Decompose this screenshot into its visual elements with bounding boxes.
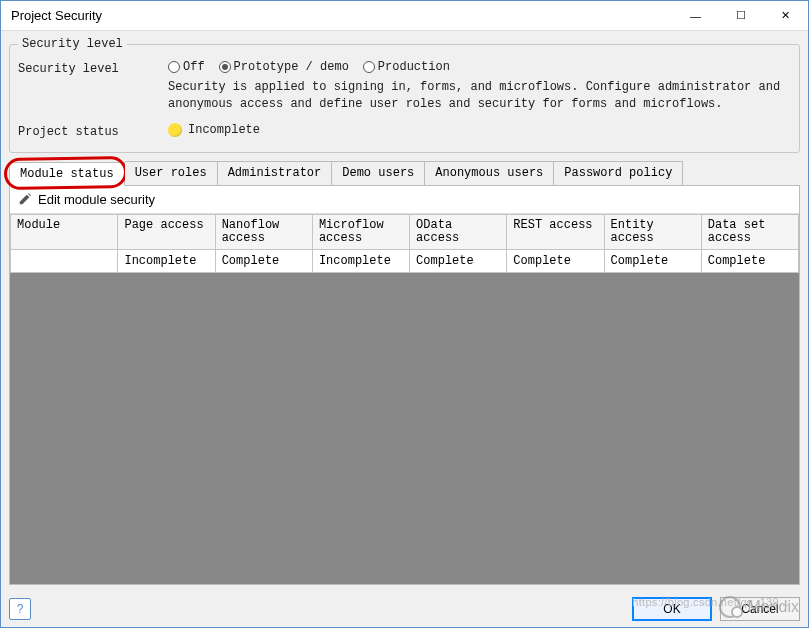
window-titlebar: Project Security — ☐ ✕: [1, 1, 808, 31]
cell-module: MyFirstModule: [11, 249, 118, 272]
column-header[interactable]: Microflow access: [312, 214, 409, 249]
tab-module-status[interactable]: Module status: [9, 162, 125, 186]
cell-rest: Complete: [507, 249, 604, 272]
column-header[interactable]: Page access: [118, 214, 215, 249]
cancel-button[interactable]: Cancel: [720, 597, 800, 621]
radio-icon: [168, 61, 180, 73]
edit-module-security-header[interactable]: Edit module security: [10, 186, 799, 214]
tab-administrator[interactable]: Administrator: [218, 161, 333, 185]
window-title: Project Security: [11, 8, 673, 23]
security-level-group: Security level Security level Off Protot…: [9, 37, 800, 153]
tab-demo-users[interactable]: Demo users: [332, 161, 425, 185]
tab-body-module-status: Edit module security ModulePage accessNa…: [9, 185, 800, 585]
table-row[interactable]: MyFirstModuleIncompleteCompleteIncomplet…: [11, 249, 799, 272]
tab-user-roles[interactable]: User roles: [125, 161, 218, 185]
cell-page: Incomplete: [118, 249, 215, 272]
radio-icon: [219, 61, 231, 73]
ok-button[interactable]: OK: [632, 597, 712, 621]
cell-entity: Complete: [604, 249, 701, 272]
status-dot-icon: [168, 123, 182, 137]
radio-prototype[interactable]: Prototype / demo: [219, 60, 349, 74]
project-status-label: Project status: [18, 123, 168, 139]
close-button[interactable]: ✕: [763, 1, 808, 30]
security-legend: Security level: [18, 37, 127, 51]
radio-production[interactable]: Production: [363, 60, 450, 74]
column-header[interactable]: Nanoflow access: [215, 214, 312, 249]
cell-nano: Complete: [215, 249, 312, 272]
pencil-icon: [18, 192, 32, 206]
cell-dataset: Complete: [701, 249, 798, 272]
tab-anonymous-users[interactable]: Anonymous users: [425, 161, 554, 185]
tab-password-policy[interactable]: Password policy: [554, 161, 683, 185]
project-status-value: Incomplete: [168, 123, 260, 137]
minimize-button[interactable]: —: [673, 1, 718, 30]
column-header[interactable]: OData access: [410, 214, 507, 249]
cell-micro: Incomplete: [312, 249, 409, 272]
radio-icon: [363, 61, 375, 73]
cell-odata: Complete: [410, 249, 507, 272]
security-description: Security is applied to signing in, forms…: [168, 79, 791, 113]
radio-off[interactable]: Off: [168, 60, 205, 74]
module-status-table: ModulePage accessNanoflow accessMicroflo…: [10, 214, 799, 273]
help-button[interactable]: ?: [9, 598, 31, 620]
column-header[interactable]: Data set access: [701, 214, 798, 249]
column-header[interactable]: REST access: [507, 214, 604, 249]
security-level-label: Security level: [18, 60, 168, 76]
column-header[interactable]: Entity access: [604, 214, 701, 249]
column-header[interactable]: Module: [11, 214, 118, 249]
maximize-button[interactable]: ☐: [718, 1, 763, 30]
